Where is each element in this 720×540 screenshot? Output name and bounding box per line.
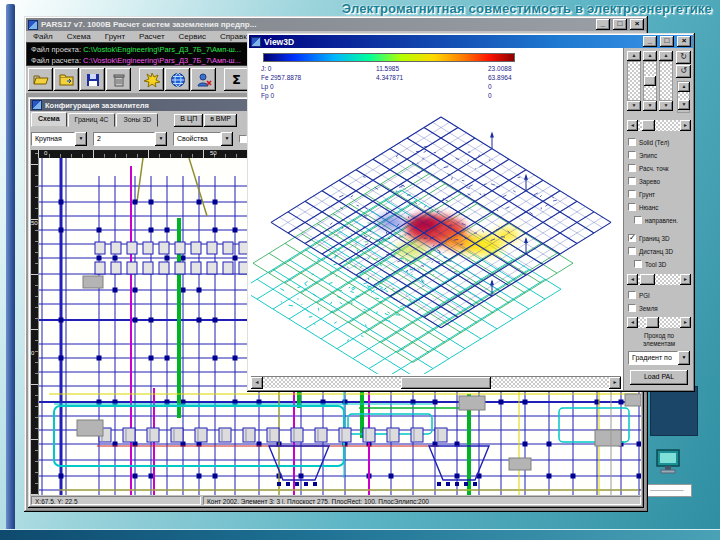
- panel-scrollbar-2[interactable]: [627, 274, 691, 285]
- checkbox-ellipse[interactable]: Элипс: [628, 149, 657, 161]
- rotate-x-slider[interactable]: [627, 51, 641, 111]
- arrow-down-icon[interactable]: [627, 101, 641, 111]
- ruler-mark: 0: [31, 350, 34, 356]
- scrollbar-rail[interactable]: [263, 377, 609, 388]
- maximize-button[interactable]: □: [660, 36, 674, 47]
- menu-soil[interactable]: Грунт: [98, 32, 132, 41]
- menu-service[interactable]: Сервис: [172, 32, 213, 41]
- status-info: Конт 2002, Элемент 3: 3 |, Плоскост 275,…: [203, 496, 641, 505]
- arrow-up-icon[interactable]: [643, 51, 657, 61]
- chevron-down-icon[interactable]: [678, 351, 690, 365]
- scrollbar-rail[interactable]: [638, 120, 680, 131]
- scrollbar-rail[interactable]: [638, 317, 680, 328]
- slide-left-accent-bar: [6, 4, 15, 532]
- checkbox-calc-points[interactable]: Расч. точк: [628, 162, 669, 174]
- view3d-system-icon[interactable]: [251, 37, 261, 47]
- iso-viewport[interactable]: [251, 102, 621, 374]
- chevron-down-icon[interactable]: [221, 132, 233, 146]
- sum-button[interactable]: Σ: [224, 68, 249, 91]
- checkbox-pgi[interactable]: PGI: [628, 289, 650, 301]
- close-button[interactable]: ×: [677, 36, 691, 47]
- properties-combo[interactable]: Свойства: [173, 132, 233, 146]
- arrow-up-icon[interactable]: [659, 51, 673, 61]
- globe-button[interactable]: [165, 68, 190, 91]
- ruler-mark: 0: [44, 150, 47, 156]
- config-window-title: Конфигурация заземлителя: [45, 101, 149, 110]
- scroll-left-icon[interactable]: [627, 274, 638, 285]
- user-remove-button[interactable]: [191, 68, 216, 91]
- maximize-button[interactable]: □: [613, 19, 627, 30]
- save-button[interactable]: [80, 68, 105, 91]
- burst-icon: [143, 72, 161, 88]
- tab-scheme[interactable]: Схема: [31, 112, 67, 127]
- scroll-right-icon[interactable]: [680, 120, 691, 131]
- checkbox-directional[interactable]: направлен.: [634, 214, 678, 226]
- scroll-right-icon[interactable]: [680, 317, 691, 328]
- scroll-left-icon[interactable]: [251, 377, 263, 389]
- tab-bounds-4c[interactable]: Границ 4С: [68, 113, 116, 127]
- config-system-icon[interactable]: [32, 100, 42, 110]
- scrollbar-thumb[interactable]: [401, 377, 491, 389]
- minimize-button[interactable]: _: [643, 36, 657, 47]
- trash-icon: [110, 72, 128, 88]
- delete-button[interactable]: [106, 68, 131, 91]
- scroll-right-icon[interactable]: [609, 377, 621, 389]
- export-bmp-button[interactable]: в BMP: [204, 114, 237, 127]
- layer-combo[interactable]: 2: [93, 132, 167, 146]
- checkbox-tool-3d[interactable]: Tool 3D: [634, 258, 666, 270]
- chevron-down-icon[interactable]: [75, 132, 87, 146]
- slider-thumb[interactable]: [644, 76, 656, 86]
- checkbox-bounds-3d[interactable]: Границ 3D: [628, 232, 669, 244]
- toolbar-separator: [217, 68, 223, 91]
- load-pal-button[interactable]: Load PAL: [630, 370, 688, 385]
- menu-scheme[interactable]: Схема: [60, 32, 98, 41]
- panel-scrollbar-1[interactable]: [627, 120, 691, 131]
- checkbox-solid[interactable]: Solid (Тел): [628, 136, 669, 148]
- scroll-left-icon[interactable]: [627, 120, 638, 131]
- rotate-cw-icon[interactable]: [676, 51, 691, 64]
- legend-value: 4.347871: [376, 74, 488, 83]
- main-title-bar[interactable]: PARS17 v7. 1000В Расчет систем заземлени…: [26, 18, 646, 31]
- import-folder-button[interactable]: [54, 68, 79, 91]
- arrow-down-icon[interactable]: [643, 101, 657, 111]
- tab-zones-3d[interactable]: Зоны 3D: [116, 113, 158, 127]
- minimize-button[interactable]: _: [596, 19, 610, 30]
- open-project-button[interactable]: [28, 68, 53, 91]
- panel-scrollbar-3[interactable]: [627, 317, 691, 328]
- checkbox-glow[interactable]: Зарево: [628, 175, 660, 187]
- calc-points-checkbox[interactable]: [239, 135, 247, 143]
- checkbox-distance-3d[interactable]: Дистанц 3D: [628, 245, 673, 257]
- properties-value: Свойства: [173, 132, 221, 146]
- desktop-shortcut-label[interactable]: [642, 484, 692, 497]
- menu-calc[interactable]: Расчет: [132, 32, 171, 41]
- user-x-icon: [195, 72, 213, 88]
- copy-clipboard-button[interactable]: В ЦП: [174, 114, 203, 127]
- calc-burst-button[interactable]: [139, 68, 164, 91]
- scrollbar-thumb[interactable]: [640, 274, 655, 285]
- arrow-up-icon[interactable]: [678, 82, 690, 92]
- zoom-slider[interactable]: [677, 81, 690, 113]
- checkbox-ground[interactable]: Земля: [628, 302, 658, 314]
- arrow-up-icon[interactable]: [627, 51, 641, 61]
- scrollbar-thumb[interactable]: [646, 317, 659, 328]
- gradient-combo[interactable]: Градиент по: [628, 351, 690, 365]
- close-button[interactable]: ×: [630, 19, 644, 30]
- chevron-down-icon[interactable]: [155, 132, 167, 146]
- scrollbar-thumb[interactable]: [642, 120, 655, 131]
- scroll-right-icon[interactable]: [680, 274, 691, 285]
- menu-file[interactable]: Файл: [26, 32, 60, 41]
- scroll-left-icon[interactable]: [627, 317, 638, 328]
- rotate-y-slider[interactable]: [643, 51, 657, 111]
- rotate-ccw-icon[interactable]: [676, 65, 691, 78]
- checkbox-soil[interactable]: Грунт: [628, 188, 655, 200]
- arrow-down-icon[interactable]: [678, 100, 690, 110]
- view3d-horizontal-scrollbar[interactable]: [251, 376, 621, 388]
- scrollbar-rail[interactable]: [638, 274, 680, 285]
- view3d-title-bar[interactable]: View3D _ □ ×: [249, 35, 693, 48]
- desktop-shortcut-icon[interactable]: [654, 448, 682, 478]
- grid-size-combo[interactable]: Крупная: [31, 132, 87, 146]
- arrow-down-icon[interactable]: [659, 101, 673, 111]
- checkbox-nuance[interactable]: Нюанс: [628, 201, 658, 213]
- rotate-z-slider[interactable]: [659, 51, 673, 111]
- app-system-icon[interactable]: [28, 20, 38, 30]
